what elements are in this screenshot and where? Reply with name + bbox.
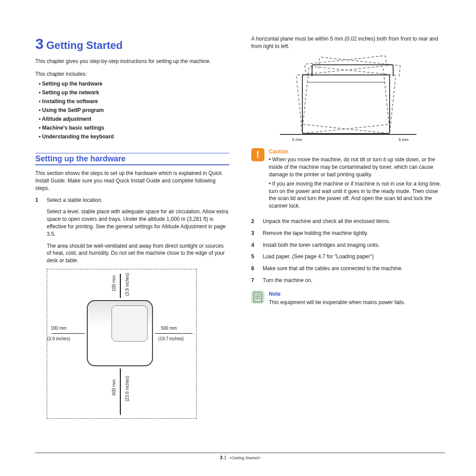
section-heading: Setting up the hardware — [35, 153, 229, 165]
dim-right-in: (19.7 inches) — [158, 336, 184, 342]
step-text: Make sure that all the cables are connec… — [263, 265, 403, 272]
toc-item: Using the SetIP program — [39, 107, 229, 113]
dim-bottom-mm: 600 mm — [112, 379, 117, 395]
toc-item: Understanding the keyboard — [39, 134, 229, 140]
step-7: 7 Turn the machine on. — [251, 277, 445, 284]
step-text: Load paper. (See page 4.7 for "Loading p… — [263, 253, 374, 260]
chapter-title: Getting Started — [46, 39, 123, 51]
clearance-diagram: 100 mm (3.9 inches) 100 mm (3.9 inches) … — [47, 269, 197, 419]
footer-page: .1 — [223, 455, 227, 460]
dim-top-mm: 100 mm — [112, 275, 117, 291]
dim-right-mm: 500 mm — [161, 326, 177, 331]
step-2: 2 Unpack the machine and check all the e… — [251, 218, 445, 225]
caution-item: When you move the machine, do not tilt o… — [269, 156, 445, 178]
step-paragraph: The area should be well-ventilated and a… — [47, 242, 229, 264]
step-text: Select a stable location. — [47, 197, 103, 204]
printer-front-view-icon — [302, 74, 390, 134]
tilt-label-right: 5 mm — [399, 138, 409, 142]
caution-title: Caution — [269, 148, 445, 156]
printer-top-view-icon — [87, 300, 153, 366]
toc-item: Installing the software — [39, 98, 229, 104]
step-number: 4 — [251, 242, 257, 249]
tilt-label-left: 5 mm — [292, 138, 302, 142]
caution-callout: Caution When you move the machine, do no… — [251, 148, 445, 212]
tilt-intro: A horizontal plane must be within 5 mm (… — [251, 35, 445, 50]
dim-left-mm: 100 mm — [51, 326, 67, 331]
step-6: 6 Make sure that all the cables are conn… — [251, 265, 445, 272]
step-paragraph: Select a level, stable place with adequa… — [47, 208, 229, 238]
note-text: This equipment will be inoperable when m… — [269, 299, 445, 306]
step-3: 3 Remove the tape holding the machine ti… — [251, 230, 445, 237]
step-4: 4 Install both the toner cartridges and … — [251, 242, 445, 249]
chapter-heading: 3Getting Started — [35, 35, 229, 52]
includes-label: This chapter includes: — [35, 71, 229, 77]
step-number: 6 — [251, 265, 257, 272]
step-number: 2 — [251, 218, 257, 225]
footer-crumb: <Getting Started> — [229, 456, 260, 460]
page-footer: 3.1 <Getting Started> — [35, 453, 445, 460]
chapter-number: 3 — [35, 35, 44, 52]
step-1: 1 Select a stable location. — [35, 197, 229, 204]
step-text: Remove the tape holding the machine tigh… — [263, 230, 368, 237]
tilt-diagram: 5 mm 5 mm — [280, 55, 416, 143]
dim-top-in: (3.9 inches) — [125, 273, 130, 296]
step-5: 5 Load paper. (See page 4.7 for "Loading… — [251, 253, 445, 260]
step-number: 3 — [251, 230, 257, 237]
section-title: Setting up the hardware — [35, 154, 229, 164]
step-number: 7 — [251, 277, 257, 284]
dim-left-in: (3.9 inches) — [47, 336, 70, 342]
toc-item: Altitude adjustment — [39, 116, 229, 122]
note-callout: Note This equipment will be inoperable w… — [251, 290, 445, 306]
dim-bottom-in: (23.6 inches) — [125, 376, 130, 402]
chapter-intro: This chapter gives you step-by-step inst… — [35, 58, 229, 65]
chapter-toc: Setting up the hardware Setting up the n… — [39, 81, 229, 140]
toc-item: Setting up the hardware — [39, 81, 229, 87]
step-text: Install both the toner cartridges and im… — [263, 242, 380, 249]
step-number: 5 — [251, 253, 257, 260]
caution-icon — [251, 148, 264, 161]
note-icon — [251, 290, 264, 304]
toc-item: Setting up the network — [39, 89, 229, 96]
toc-item: Machine's basic settings — [39, 125, 229, 131]
step-number: 1 — [35, 197, 41, 204]
section-intro: This section shows the steps to set up t… — [35, 170, 229, 192]
note-title: Note — [269, 290, 445, 298]
step-text: Turn the machine on. — [263, 277, 312, 284]
caution-item: If you are moving the machine or if mach… — [269, 180, 445, 210]
step-text: Unpack the machine and check all the enc… — [263, 218, 390, 225]
